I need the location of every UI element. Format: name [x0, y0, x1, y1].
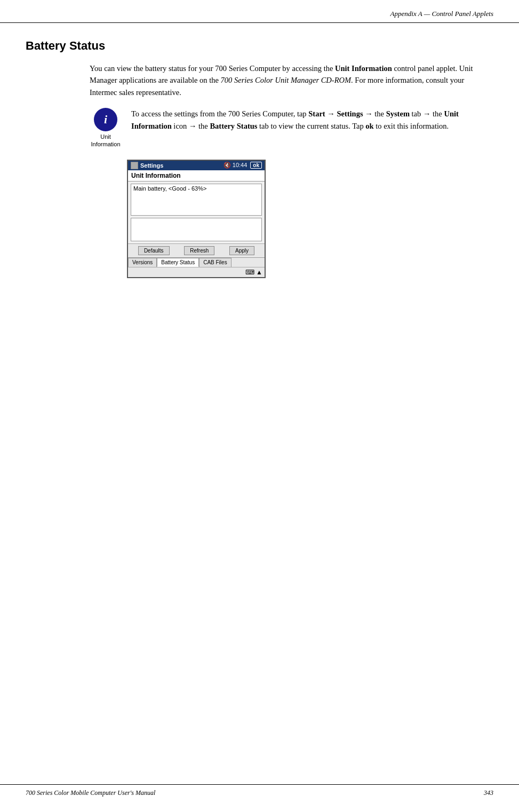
- note-block: i UnitInformation To access the settings…: [90, 108, 493, 147]
- footer-left: 700 Series Color Mobile Computer User's …: [26, 789, 155, 797]
- page-footer: 700 Series Color Mobile Computer User's …: [0, 784, 519, 801]
- settings-icon: [131, 162, 138, 169]
- device-ok-button[interactable]: ok: [250, 162, 262, 169]
- page-header: Appendix A — Control Panel Applets: [0, 0, 519, 23]
- note-end: tab to view the current status. Tap: [257, 122, 365, 130]
- device-listbox[interactable]: Main battery, <Good - 63%>: [131, 184, 262, 216]
- note-arrow2: → the: [363, 109, 386, 118]
- device-mockup: Settings 🔇 10:44 ok Unit Information Mai…: [127, 160, 493, 278]
- note-mid1: tab → the: [410, 109, 444, 118]
- apply-button[interactable]: Apply: [229, 246, 254, 255]
- icon-label: UnitInformation: [91, 133, 120, 147]
- device-screen: Settings 🔇 10:44 ok Unit Information Mai…: [127, 160, 266, 278]
- note-bold-system: System: [386, 109, 410, 118]
- device-tabs-row: Versions Battery Status CAB Files: [128, 257, 265, 267]
- body-paragraph: You can view the battery status for your…: [90, 62, 493, 98]
- page-content: Battery Status You can view the battery …: [0, 23, 519, 316]
- note-final: to exit this information.: [374, 122, 449, 130]
- device-buttons-row: Defaults Refresh Apply: [128, 243, 265, 257]
- note-arrow1: →: [325, 109, 337, 118]
- note-icon-wrap: i UnitInformation: [90, 108, 122, 147]
- body-text-bold1: Unit Information: [335, 64, 392, 73]
- device-subheader: Unit Information: [128, 170, 265, 182]
- defaults-button[interactable]: Defaults: [138, 246, 170, 255]
- info-icon: i: [94, 108, 117, 131]
- note-text-intro: To access the settings from the 700 Seri…: [131, 109, 308, 118]
- tab-versions[interactable]: Versions: [128, 258, 157, 267]
- header-text: Appendix A — Control Panel Applets: [390, 10, 493, 18]
- device-empty-box: [131, 218, 262, 241]
- section-title: Battery Status: [26, 39, 493, 53]
- device-listbox-item: Main battery, <Good - 63%>: [133, 185, 259, 192]
- refresh-button[interactable]: Refresh: [184, 246, 214, 255]
- device-titlebar-right: 🔇 10:44 ok: [223, 162, 262, 169]
- note-bold-ok: ok: [365, 122, 373, 130]
- tab-cab-files[interactable]: CAB Files: [199, 258, 231, 267]
- device-volume-time: 🔇 10:44: [223, 162, 247, 169]
- body-text-intro: You can view the battery status for your…: [90, 64, 335, 73]
- body-text-italic: 700 Series Color Unit Manager CD-ROM: [221, 76, 351, 84]
- note-mid2: icon → the: [172, 122, 210, 130]
- note-text: To access the settings from the 700 Seri…: [131, 108, 493, 132]
- note-bold-settings: Settings: [337, 109, 363, 118]
- note-bold-battery: Battery Status: [210, 122, 257, 130]
- keyboard-icon[interactable]: ⌨ ▲: [245, 269, 262, 276]
- device-bottom-bar: ⌨ ▲: [128, 267, 265, 277]
- note-bold-start: Start: [308, 109, 325, 118]
- device-titlebar-left: Settings: [131, 162, 163, 169]
- footer-right: 343: [484, 789, 493, 797]
- device-titlebar: Settings 🔇 10:44 ok: [128, 161, 265, 170]
- info-icon-letter: i: [104, 114, 107, 125]
- tab-battery-status[interactable]: Battery Status: [157, 258, 199, 267]
- device-title: Settings: [140, 162, 163, 169]
